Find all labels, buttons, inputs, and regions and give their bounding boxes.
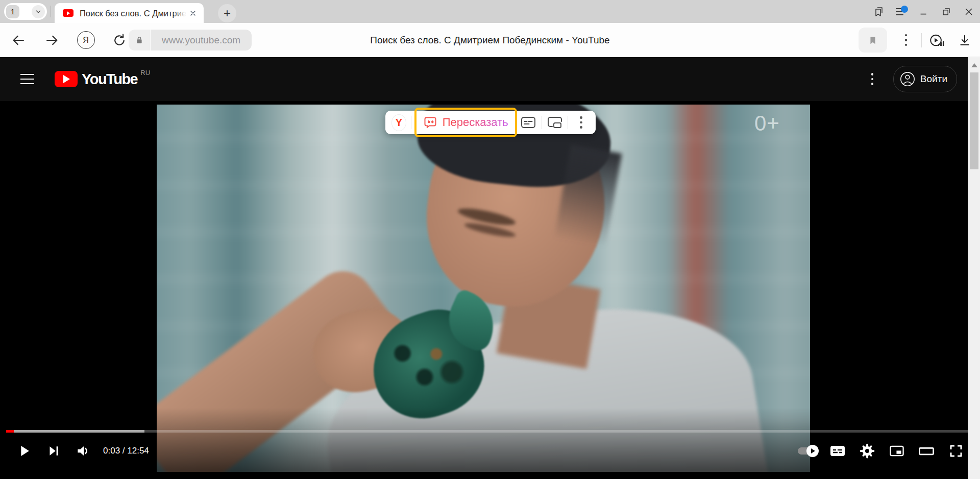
- overlay-divider: [411, 116, 411, 129]
- arrow-right-icon: [44, 33, 60, 48]
- header-menu-button[interactable]: [865, 73, 880, 85]
- page-scrollbar[interactable]: [968, 57, 980, 479]
- autoplay-toggle[interactable]: [792, 439, 823, 463]
- youtube-header: YouTube RU: [0, 57, 980, 101]
- lock-icon: [134, 35, 144, 45]
- menu-lines-icon: [896, 8, 907, 16]
- tab-title-fade: [173, 8, 186, 19]
- site-security-badge[interactable]: [129, 30, 150, 51]
- tab-title: Поиск без слов. С Дмитрием Побединским -…: [80, 8, 186, 19]
- browser-menu-button[interactable]: [890, 0, 913, 23]
- captions-icon: [521, 116, 536, 129]
- tabbar-divider: [51, 6, 51, 17]
- sign-in-label: Войти: [920, 73, 947, 85]
- yandex-badge[interactable]: Y: [391, 114, 406, 131]
- video-player-button[interactable]: [925, 26, 949, 55]
- summarize-label: Пересказать: [443, 116, 508, 129]
- tab-close-button[interactable]: [187, 8, 199, 19]
- scroll-up-arrow[interactable]: [971, 63, 977, 67]
- volume-icon: [75, 443, 91, 459]
- toggle-knob-play-icon: [806, 445, 819, 457]
- new-tab-button[interactable]: +: [218, 4, 236, 22]
- url-text: www.youtube.com: [162, 35, 240, 46]
- arrow-left-icon: [11, 33, 26, 48]
- download-icon: [958, 33, 972, 47]
- player-controls: 0:03 / 12:54: [0, 436, 980, 466]
- tab-count-badge: 1: [6, 5, 19, 18]
- kebab-icon: [865, 73, 880, 85]
- bookmark-icon: [867, 35, 878, 46]
- media-player-icon: [928, 33, 946, 48]
- scroll-thumb[interactable]: [970, 72, 978, 169]
- volume-button[interactable]: [68, 439, 98, 463]
- close-icon: [189, 9, 197, 17]
- played-segment: [6, 430, 14, 433]
- hamburger-icon: [20, 74, 34, 84]
- download-button[interactable]: [952, 26, 977, 55]
- refresh-icon: [112, 33, 127, 48]
- video-player: Y Пересказать 0+: [0, 101, 980, 479]
- buffered-segment: [6, 430, 144, 433]
- overlay-pip-button[interactable]: [546, 112, 563, 133]
- summarize-button[interactable]: Пересказать: [416, 111, 516, 134]
- youtube-play-icon: [55, 71, 78, 87]
- browser-toolbar: Я Поиск без слов. С Дмитрием Побединским…: [0, 23, 980, 57]
- bookmark-stack-icon: [873, 6, 885, 18]
- overlay-divider: [542, 116, 542, 129]
- restore-icon: [941, 6, 952, 17]
- panels-button[interactable]: [868, 0, 890, 23]
- kebab-icon: [898, 34, 914, 46]
- url-chip[interactable]: www.youtube.com: [151, 30, 252, 51]
- subtitles-icon: [829, 444, 846, 458]
- back-button[interactable]: [4, 23, 33, 57]
- tab-counter[interactable]: 1: [4, 3, 47, 20]
- quote-bubble-icon: [423, 115, 437, 130]
- toolbar-menu-button[interactable]: [894, 26, 918, 55]
- settings-button[interactable]: [852, 439, 882, 463]
- notification-dot: [901, 6, 908, 13]
- chevron-down-icon: [35, 8, 42, 15]
- close-window-button[interactable]: [958, 0, 980, 23]
- yandex-services-button[interactable]: Я: [71, 23, 100, 57]
- person-icon: [900, 71, 915, 87]
- tab-bar: 1 Поиск без слов. С Дмитрием Побединским…: [0, 0, 980, 23]
- sign-in-button[interactable]: Войти: [893, 66, 957, 92]
- progress-bar[interactable]: [6, 430, 974, 433]
- play-button[interactable]: [9, 439, 39, 463]
- minimize-icon: [918, 6, 929, 17]
- miniplayer-button[interactable]: [882, 439, 912, 463]
- theater-mode-icon: [918, 444, 935, 458]
- youtube-wordmark: YouTube: [82, 70, 137, 88]
- theater-button[interactable]: [912, 439, 941, 463]
- kebab-icon: [574, 116, 589, 129]
- bookmark-button[interactable]: [859, 28, 887, 53]
- restore-button[interactable]: [935, 0, 958, 23]
- subtitles-button[interactable]: [823, 439, 852, 463]
- yandex-overlay-toolbar: Y Пересказать: [385, 111, 596, 134]
- toolbar-divider: [921, 33, 922, 47]
- browser-tab[interactable]: Поиск без слов. С Дмитрием Побединским -…: [55, 3, 204, 23]
- plus-icon: +: [224, 7, 231, 19]
- guide-button[interactable]: [17, 70, 37, 88]
- play-icon: [15, 442, 33, 460]
- close-icon: [963, 6, 974, 17]
- skip-next-icon: [46, 443, 61, 459]
- youtube-logo[interactable]: YouTube RU: [55, 70, 150, 88]
- region-label: RU: [140, 69, 150, 77]
- youtube-favicon-icon: [63, 9, 74, 17]
- gear-icon: [860, 443, 875, 459]
- next-button[interactable]: [39, 439, 68, 463]
- tab-list-button[interactable]: [32, 5, 45, 18]
- miniplayer-icon: [889, 444, 905, 458]
- overlay-captions-button[interactable]: [520, 112, 537, 133]
- overlay-menu-button[interactable]: [573, 112, 590, 133]
- picture-in-picture-icon: [547, 116, 562, 129]
- fullscreen-icon: [948, 443, 964, 459]
- fullscreen-button[interactable]: [941, 439, 971, 463]
- yandex-icon: Я: [77, 31, 95, 49]
- forward-button[interactable]: [38, 23, 66, 57]
- time-display: 0:03 / 12:54: [103, 446, 149, 456]
- overlay-divider: [568, 116, 568, 129]
- age-rating: 0+: [754, 111, 780, 136]
- minimize-button[interactable]: [913, 0, 935, 23]
